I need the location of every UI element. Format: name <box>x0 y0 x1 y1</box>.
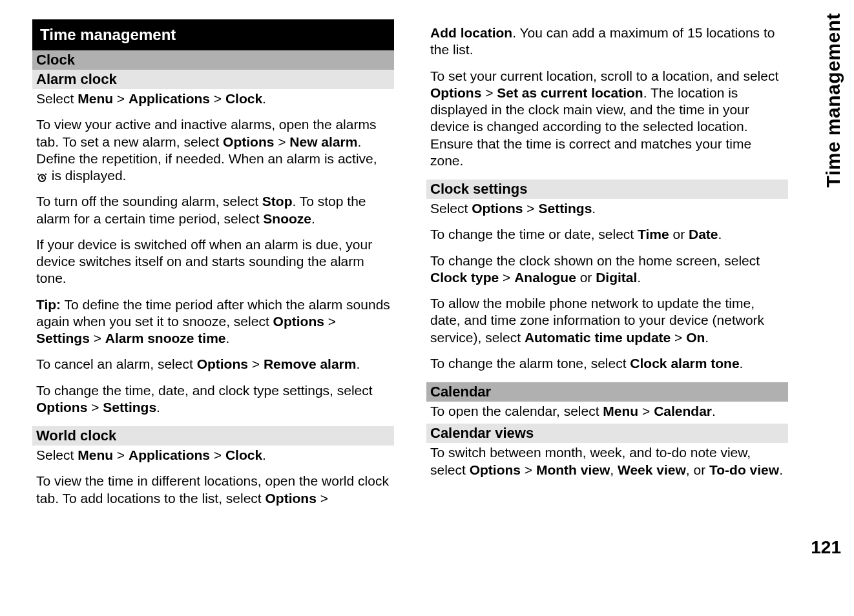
alarm-p5: Tip: To define the time period after whi… <box>36 296 390 347</box>
side-tab-label: Time management <box>822 13 844 187</box>
add-location-body: Add location. You can add a maximum of 1… <box>426 19 788 180</box>
alarm-active-icon <box>36 170 48 182</box>
settings-p5: To change the alarm tone, select Clock a… <box>430 355 784 372</box>
alarm-p2: To view your active and inactive alarms,… <box>36 116 390 184</box>
alarm-p1: Select Menu > Applications > Clock. <box>36 90 390 107</box>
alarm-p4: If your device is switched off when an a… <box>36 236 390 287</box>
calendar-views-body: To switch between month, week, and to-do… <box>426 443 788 489</box>
alarm-p6: To cancel an alarm, select Options > Rem… <box>36 356 390 373</box>
addloc-p2: To set your current location, scroll to … <box>430 68 784 170</box>
settings-p3: To change the clock shown on the home sc… <box>430 252 784 287</box>
section-clock-settings: Clock settings <box>426 180 788 199</box>
section-calendar: Calendar <box>426 382 788 402</box>
addloc-p1: Add location. You can add a maximum of 1… <box>430 25 784 59</box>
world-p2: To view the time in different locations,… <box>36 473 390 507</box>
right-column: Add location. You can add a maximum of 1… <box>426 19 788 597</box>
chapter-title: Time management <box>32 19 394 50</box>
settings-p2: To change the time or date, select Time … <box>430 226 784 243</box>
world-clock-body: Select Menu > Applications > Clock. To v… <box>32 446 394 517</box>
page-content: Time management Clock Alarm clock Select… <box>32 19 822 597</box>
alarm-p3: To turn off the sounding alarm, select S… <box>36 193 390 227</box>
section-world-clock: World clock <box>32 426 394 446</box>
section-alarm-clock: Alarm clock <box>32 70 394 89</box>
left-column: Time management Clock Alarm clock Select… <box>32 19 394 597</box>
section-calendar-views: Calendar views <box>426 424 788 443</box>
alarm-p7: To change the time, date, and clock type… <box>36 382 390 416</box>
clock-settings-body: Select Options > Settings. To change the… <box>426 199 788 382</box>
alarm-clock-body: Select Menu > Applications > Clock. To v… <box>32 89 394 426</box>
settings-p1: Select Options > Settings. <box>430 200 784 217</box>
settings-p4: To allow the mobile phone network to upd… <box>430 295 784 346</box>
section-clock: Clock <box>32 50 394 70</box>
calendar-p1: To open the calendar, select Menu > Cale… <box>430 403 784 420</box>
page-number: 121 <box>811 537 841 558</box>
calendar-body: To open the calendar, select Menu > Cale… <box>426 402 788 424</box>
world-p1: Select Menu > Applications > Clock. <box>36 447 390 464</box>
calviews-p1: To switch between month, week, and to-do… <box>430 444 784 478</box>
